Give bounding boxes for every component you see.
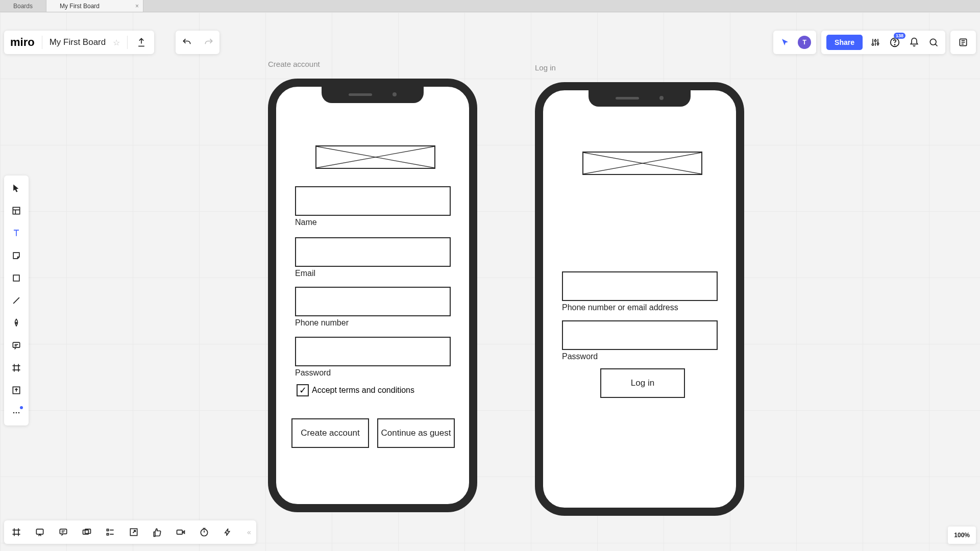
wireframe-input-identifier[interactable] xyxy=(562,271,718,301)
divider xyxy=(42,36,42,49)
close-tab-icon[interactable]: × xyxy=(135,3,139,10)
export-icon[interactable] xyxy=(135,36,148,49)
share-label: Share xyxy=(835,38,854,46)
line-tool-icon[interactable] xyxy=(9,293,24,308)
camera-icon xyxy=(393,92,397,96)
shape-tool-icon[interactable] xyxy=(9,270,24,286)
svg-point-9 xyxy=(16,322,17,324)
wireframe-input-password[interactable] xyxy=(295,337,451,366)
cursor-presence-icon[interactable] xyxy=(778,36,792,49)
tab-active-board[interactable]: My First Board × xyxy=(46,0,143,12)
star-icon[interactable]: ☆ xyxy=(113,38,120,47)
undo-icon[interactable] xyxy=(180,36,193,49)
svg-point-4 xyxy=(894,44,895,45)
camera-icon xyxy=(659,96,664,100)
wireframe-image-placeholder[interactable] xyxy=(315,145,435,169)
frame-label-create[interactable]: Create account xyxy=(268,60,320,68)
undo-redo-card xyxy=(176,31,219,54)
presence-card: T xyxy=(773,31,816,54)
wireframe-label-email: Email xyxy=(295,269,451,278)
header-card: miro My First Board ☆ xyxy=(4,31,154,54)
board-title[interactable]: My First Board xyxy=(50,37,106,47)
help-badge: 138 xyxy=(894,33,905,39)
svg-rect-16 xyxy=(60,529,66,534)
upload-tool-icon[interactable] xyxy=(9,383,24,398)
svg-point-2 xyxy=(877,43,878,44)
redo-icon[interactable] xyxy=(202,36,215,49)
bell-icon[interactable] xyxy=(908,36,921,49)
wireframe-input-email[interactable] xyxy=(295,237,451,267)
speaker-icon xyxy=(349,93,372,96)
tab-boards-label: Boards xyxy=(13,3,33,10)
divider xyxy=(127,36,128,49)
svg-rect-7 xyxy=(13,207,19,214)
cards-icon[interactable] xyxy=(80,525,94,539)
search-icon[interactable] xyxy=(927,36,940,49)
actions-card: Share 138 xyxy=(821,31,945,54)
svg-rect-22 xyxy=(177,530,183,534)
pen-tool-icon[interactable] xyxy=(9,315,24,331)
frame-label-login[interactable]: Log in xyxy=(535,63,556,72)
wireframe-image-placeholder[interactable] xyxy=(582,152,702,175)
wireframe-label-identifier: Phone number or email address xyxy=(562,303,718,312)
svg-point-0 xyxy=(872,44,873,45)
wireframe-button-login-label: Log in xyxy=(631,378,654,388)
share-button[interactable]: Share xyxy=(826,35,863,50)
phone-mockup-create[interactable]: Name Email Phone number Password ✓ Accep… xyxy=(268,79,477,512)
presentation-icon[interactable] xyxy=(33,525,47,539)
miro-logo[interactable]: miro xyxy=(10,36,35,49)
wireframe-checkbox[interactable]: ✓ xyxy=(297,384,309,396)
svg-point-13 xyxy=(16,412,17,414)
phone-notch xyxy=(322,86,424,103)
tool-palette xyxy=(4,176,29,425)
svg-rect-8 xyxy=(13,275,19,281)
zoom-value: 100% xyxy=(954,532,970,539)
avatar-initial: T xyxy=(802,39,806,46)
avatar[interactable]: T xyxy=(798,36,811,49)
frame-tool-icon[interactable] xyxy=(9,360,24,375)
comments-panel-icon[interactable] xyxy=(56,525,70,539)
svg-rect-20 xyxy=(107,534,108,535)
speaker-icon xyxy=(616,97,639,99)
wireframe-button-create[interactable]: Create account xyxy=(291,418,369,448)
svg-rect-15 xyxy=(36,529,43,534)
list-icon[interactable] xyxy=(103,525,117,539)
frames-panel-icon[interactable] xyxy=(9,525,23,539)
wireframe-button-guest-label: Continue as guest xyxy=(381,428,451,438)
timer-icon[interactable] xyxy=(197,525,211,539)
settings-sliders-icon[interactable] xyxy=(869,36,882,49)
canvas[interactable]: miro My First Board ☆ T Share xyxy=(0,12,980,551)
tab-boards[interactable]: Boards xyxy=(0,0,46,12)
wireframe-label-login-password: Password xyxy=(562,352,718,361)
bottom-toolbar: « xyxy=(4,520,256,544)
panel-toggle-card xyxy=(950,31,976,54)
comment-tool-icon[interactable] xyxy=(9,338,24,353)
window-tabstrip: Boards My First Board × xyxy=(0,0,980,12)
wireframe-label-name: Name xyxy=(295,218,451,227)
video-icon[interactable] xyxy=(174,525,188,539)
phone-mockup-login[interactable]: Phone number or email address Password L… xyxy=(535,82,744,516)
svg-point-14 xyxy=(18,412,20,414)
select-tool-icon[interactable] xyxy=(9,181,24,196)
open-external-icon[interactable] xyxy=(127,525,141,539)
sticky-note-tool-icon[interactable] xyxy=(9,248,24,263)
templates-tool-icon[interactable] xyxy=(9,203,24,218)
text-tool-icon[interactable] xyxy=(9,226,24,241)
wireframe-checkbox-label: Accept terms and conditions xyxy=(312,386,414,395)
help-icon[interactable]: 138 xyxy=(888,36,901,49)
wireframe-button-login[interactable]: Log in xyxy=(600,368,685,398)
tab-active-label: My First Board xyxy=(60,3,100,10)
wireframe-button-guest[interactable]: Continue as guest xyxy=(377,418,455,448)
panel-toggle-icon[interactable] xyxy=(957,36,970,49)
bolt-icon[interactable] xyxy=(220,525,235,539)
wireframe-input-login-password[interactable] xyxy=(562,320,718,350)
collapse-toolbar-icon[interactable]: « xyxy=(244,528,251,536)
phone-notch xyxy=(589,89,691,107)
wireframe-label-password: Password xyxy=(295,368,451,378)
wireframe-input-name[interactable] xyxy=(295,186,451,216)
more-tools-icon[interactable] xyxy=(9,405,24,420)
wireframe-input-phone[interactable] xyxy=(295,287,451,316)
zoom-indicator[interactable]: 100% xyxy=(948,527,976,544)
wireframe-button-create-label: Create account xyxy=(301,428,359,438)
vote-icon[interactable] xyxy=(150,525,164,539)
